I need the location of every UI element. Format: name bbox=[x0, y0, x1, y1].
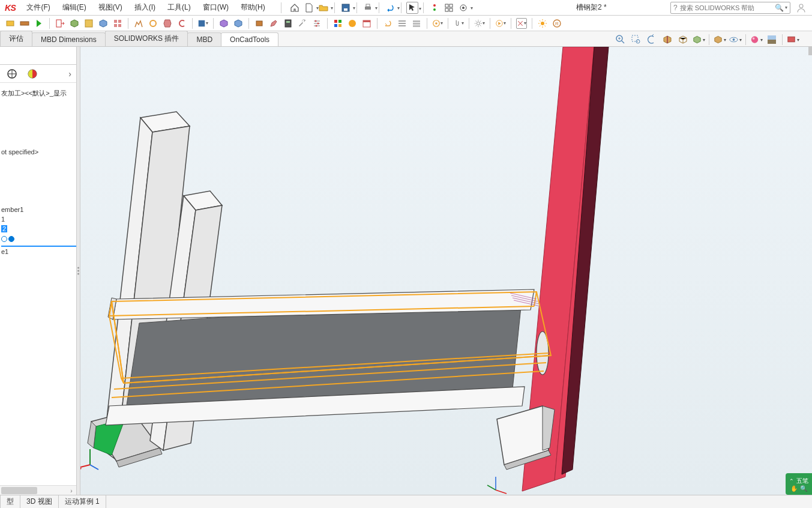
scene-icon[interactable] bbox=[765, 33, 778, 46]
separator bbox=[334, 2, 335, 13]
menu-insert[interactable]: 插入(I) bbox=[128, 2, 161, 13]
tb-exit-icon[interactable] bbox=[55, 18, 65, 29]
tab-model[interactable]: 型 bbox=[0, 495, 20, 508]
svg-rect-30 bbox=[338, 20, 341, 23]
home-icon[interactable] bbox=[289, 2, 301, 14]
tb-gear2-icon[interactable]: ▾ bbox=[474, 18, 485, 29]
menu-file[interactable]: 文件(F) bbox=[20, 2, 56, 13]
svg-point-33 bbox=[349, 20, 356, 27]
print-icon[interactable]: ▾ bbox=[362, 2, 374, 14]
scroll-thumb[interactable] bbox=[1, 487, 37, 494]
tree-item-1[interactable]: 1 bbox=[1, 214, 76, 224]
display-style-icon[interactable]: ▾ bbox=[713, 33, 726, 46]
tb-stack-icon[interactable] bbox=[411, 18, 422, 29]
pin-icon[interactable] bbox=[271, 4, 278, 12]
tb-form-icon[interactable] bbox=[83, 18, 94, 29]
tb-slider-icon[interactable] bbox=[311, 18, 322, 29]
hide-show-icon[interactable]: ▾ bbox=[729, 33, 742, 46]
tb-calendar-icon[interactable] bbox=[361, 18, 372, 29]
appearance-tab[interactable] bbox=[25, 67, 40, 81]
menu-edit[interactable]: 编辑(E) bbox=[56, 2, 92, 13]
tb-brush-icon[interactable] bbox=[268, 18, 279, 29]
panel-expand-icon[interactable]: › bbox=[68, 69, 71, 79]
section-view2-icon[interactable] bbox=[676, 33, 690, 46]
tree-hscrollbar[interactable]: ‹ › bbox=[0, 485, 76, 495]
undo-icon[interactable]: ▾ bbox=[384, 2, 396, 14]
tree-item-2[interactable]: 2 bbox=[1, 224, 76, 234]
svg-rect-15 bbox=[56, 20, 61, 27]
tab-mbd-dimensions[interactable]: MBD Dimensions bbox=[32, 32, 106, 46]
svg-rect-38 bbox=[413, 25, 420, 27]
new-icon[interactable]: ▾ bbox=[303, 2, 315, 14]
search-input[interactable] bbox=[680, 4, 775, 11]
tb-calc-icon[interactable] bbox=[283, 18, 293, 29]
menu-help[interactable]: 帮助(H) bbox=[235, 2, 271, 13]
tb-brick-icon[interactable] bbox=[19, 18, 30, 29]
select-icon[interactable]: ▾ bbox=[406, 2, 418, 14]
tb-blue-box-icon[interactable] bbox=[233, 18, 244, 29]
feature-tree[interactable]: 友加工><<默认>_显示 ot specified> ember1 1 2 e1 bbox=[0, 83, 76, 485]
tb-hex-icon[interactable] bbox=[162, 18, 173, 29]
tree-member[interactable]: ember1 bbox=[1, 205, 76, 214]
tab-mbd[interactable]: MBD bbox=[187, 32, 221, 46]
tb-play-icon[interactable]: ▾ bbox=[495, 18, 506, 29]
tb-sun-icon[interactable] bbox=[537, 18, 548, 29]
tab-oncadtools[interactable]: OnCadTools bbox=[221, 32, 278, 46]
task-pane-handle[interactable] bbox=[808, 47, 812, 55]
tb-part-icon[interactable] bbox=[69, 18, 80, 29]
view-settings-icon[interactable]: ▾ bbox=[786, 33, 799, 46]
user-icon[interactable] bbox=[794, 1, 808, 15]
zoom-area-icon[interactable] bbox=[630, 33, 643, 46]
tb-ring-icon[interactable] bbox=[148, 18, 158, 29]
appearance-icon[interactable]: ▾ bbox=[750, 33, 763, 46]
orient-icon[interactable]: ▾ bbox=[692, 33, 705, 46]
search-dropdown-icon[interactable]: ▾ bbox=[785, 5, 787, 10]
tree-circles[interactable] bbox=[1, 234, 76, 243]
tb-palette-icon[interactable] bbox=[332, 18, 343, 29]
separator bbox=[745, 34, 746, 45]
tab-3d-view[interactable]: 3D 视图 bbox=[20, 495, 59, 508]
open-icon[interactable]: ▾ bbox=[317, 2, 329, 14]
tb-c-icon[interactable] bbox=[176, 18, 187, 29]
tree-not-specified[interactable]: ot specified> bbox=[1, 147, 76, 157]
zoom-fit-icon[interactable] bbox=[614, 33, 627, 46]
svg-point-40 bbox=[435, 22, 438, 25]
tb-list-icon[interactable] bbox=[397, 18, 408, 29]
search-box[interactable]: ? 🔍 ▾ bbox=[670, 2, 790, 14]
tab-motion[interactable]: 运动算例 1 bbox=[59, 495, 106, 508]
tab-sw-addins[interactable]: SOLIDWORKS 插件 bbox=[105, 31, 188, 46]
menu-tools[interactable]: 工具(L) bbox=[161, 2, 197, 13]
tb-orange-icon[interactable] bbox=[347, 18, 358, 29]
menu-window[interactable]: 窗口(W) bbox=[197, 2, 235, 13]
save-icon[interactable]: ▾ bbox=[340, 2, 352, 14]
options-icon[interactable]: ▾ bbox=[457, 2, 469, 14]
scroll-right-icon[interactable]: › bbox=[68, 487, 75, 494]
tb-cross-icon[interactable]: ▾ bbox=[516, 18, 527, 29]
tree-root[interactable]: 友加工><<默认>_显示 bbox=[1, 88, 76, 99]
menu-view[interactable]: 视图(V) bbox=[92, 2, 128, 13]
tb-color-icon[interactable]: ▾ bbox=[197, 18, 208, 29]
tb-stats-icon[interactable] bbox=[133, 18, 144, 29]
section-view-icon[interactable] bbox=[661, 33, 674, 46]
tb-pkg-icon[interactable] bbox=[254, 18, 265, 29]
tb-target-icon[interactable]: ▾ bbox=[432, 18, 443, 29]
tb-green-arrow-icon[interactable] bbox=[34, 18, 44, 29]
rebuild-icon[interactable] bbox=[443, 2, 455, 14]
tab-evaluate[interactable]: 评估 bbox=[0, 31, 32, 46]
tb-wrench-icon[interactable] bbox=[297, 18, 308, 29]
tb-purple-box-icon[interactable] bbox=[218, 18, 229, 29]
prev-view-icon[interactable] bbox=[645, 33, 658, 46]
tb-part2-icon[interactable] bbox=[98, 18, 109, 29]
search-icon[interactable]: 🔍 bbox=[775, 4, 784, 12]
tb-undo2-icon[interactable] bbox=[382, 18, 393, 29]
tree-selected[interactable]: e1 bbox=[1, 246, 76, 256]
feature-tree-tab[interactable] bbox=[5, 67, 19, 81]
traffic-light-icon[interactable] bbox=[429, 2, 441, 14]
tb-box-icon[interactable] bbox=[5, 18, 16, 29]
3d-viewport[interactable] bbox=[80, 47, 812, 495]
ime-badge[interactable]: ⌃五笔 ✋🔍 bbox=[786, 473, 812, 495]
tb-grid-icon[interactable] bbox=[112, 18, 123, 29]
tb-reg-icon[interactable]: R bbox=[552, 18, 562, 29]
svg-point-50 bbox=[733, 38, 735, 41]
tb-clip-icon[interactable]: ▾ bbox=[453, 18, 464, 29]
